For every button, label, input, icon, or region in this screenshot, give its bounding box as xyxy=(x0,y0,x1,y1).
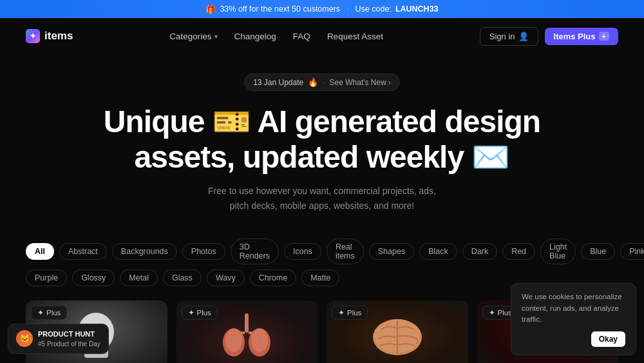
filter-glossy[interactable]: Glossy xyxy=(72,270,115,286)
filter-red[interactable]: Red xyxy=(502,243,535,260)
badge-dot: · xyxy=(323,78,325,87)
plus-icon: + xyxy=(599,32,609,41)
plus-icon-heart: ✦ xyxy=(489,308,495,317)
svg-rect-6 xyxy=(245,313,249,333)
promo-label: Use code: xyxy=(355,5,392,14)
filter-light-blue[interactable]: Light Blue xyxy=(540,239,576,264)
nav-faq[interactable]: FAQ xyxy=(293,32,310,41)
logo[interactable]: ✦ items xyxy=(26,29,73,43)
promo-code: LAUNCH33 xyxy=(395,5,439,14)
nav-links: Categories ▾ Changelog FAQ Request Asset xyxy=(169,32,383,41)
card-lungs[interactable]: ✦ Plus xyxy=(176,300,318,363)
product-hunt-badge[interactable]: 🐱 PRODUCT HUNT #5 Product of the Day xyxy=(8,324,109,355)
nav-categories[interactable]: Categories ▾ xyxy=(169,32,217,41)
filter-chrome[interactable]: Chrome xyxy=(250,270,296,286)
filter-all[interactable]: All xyxy=(26,243,54,260)
filter-blue[interactable]: Blue xyxy=(581,243,615,260)
banner-separator: · xyxy=(346,5,348,14)
plus-icon-brain: ✦ xyxy=(338,308,345,317)
promo-banner: 🎁 33% off for the next 50 customers · Us… xyxy=(0,0,644,18)
filter-backgrounds[interactable]: Backgrounds xyxy=(112,243,177,260)
navbar: ✦ items Categories ▾ Changelog FAQ Reque… xyxy=(0,18,644,54)
signin-button[interactable]: Sign in 👤 xyxy=(480,27,538,46)
user-icon: 👤 xyxy=(518,32,529,41)
product-hunt-title: PRODUCT HUNT xyxy=(38,329,100,340)
filter-real-items[interactable]: Real items xyxy=(327,239,364,264)
chevron-down-icon: ▾ xyxy=(214,33,218,40)
nav-actions: Sign in 👤 Items Plus + xyxy=(480,27,618,46)
filter-wavy[interactable]: Wavy xyxy=(207,270,245,286)
see-whats-new-link[interactable]: See What's New › xyxy=(330,78,391,87)
plus-icon-lungs: ✦ xyxy=(188,308,194,317)
filter-photos[interactable]: Photos xyxy=(182,243,225,260)
filter-abstract[interactable]: Abstract xyxy=(59,243,107,260)
filter-purple[interactable]: Purple xyxy=(26,270,67,286)
update-badge[interactable]: 13 Jan Update 🔥 · See What's New › xyxy=(244,74,400,91)
update-date: 13 Jan Update xyxy=(253,78,303,87)
filter-row-1: All Abstract Backgrounds Photos 3D Rende… xyxy=(26,239,618,264)
cookie-text: We use cookies to personalize content, r… xyxy=(522,291,625,325)
fire-icon: 🔥 xyxy=(308,77,318,87)
filter-black[interactable]: Black xyxy=(419,243,457,260)
filter-icons[interactable]: Icons xyxy=(284,243,321,260)
filter-dark[interactable]: Dark xyxy=(462,243,497,260)
product-hunt-subtitle: #5 Product of the Day xyxy=(38,339,100,349)
items-plus-button[interactable]: Items Plus + xyxy=(545,28,618,45)
card-brain[interactable]: ✦ Plus xyxy=(327,300,468,363)
logo-icon: ✦ xyxy=(26,29,40,43)
card-badge-brain: ✦ Plus xyxy=(332,306,368,320)
filter-matte[interactable]: Matte xyxy=(301,270,339,286)
banner-text: 33% off for the next 50 customers xyxy=(220,5,340,14)
plus-icon-skull: ✦ xyxy=(37,308,44,317)
chevron-right-icon: › xyxy=(388,78,391,87)
filter-pink[interactable]: Pink xyxy=(620,243,644,260)
hero-title: Unique 🎫 AI generated designassets, upda… xyxy=(26,104,618,175)
page-wrapper: ✦ items Categories ▾ Changelog FAQ Reque… xyxy=(0,18,644,363)
logo-text: items xyxy=(44,30,73,43)
card-badge-lungs: ✦ Plus xyxy=(182,306,218,320)
card-badge-skull: ✦ Plus xyxy=(31,306,67,320)
filter-metal[interactable]: Metal xyxy=(120,270,158,286)
hero-section: 13 Jan Update 🔥 · See What's New › Uniqu… xyxy=(0,54,644,239)
filter-shapes[interactable]: Shapes xyxy=(369,243,414,260)
filter-glass[interactable]: Glass xyxy=(163,270,202,286)
product-hunt-text: PRODUCT HUNT #5 Product of the Day xyxy=(38,329,100,349)
cookie-okay-button[interactable]: Okay xyxy=(591,331,625,347)
cookie-banner: We use cookies to personalize content, r… xyxy=(511,283,636,355)
hero-subtitle: Free to use however you want, commercial… xyxy=(26,184,618,213)
product-hunt-avatar: 🐱 xyxy=(16,330,33,347)
nav-request-asset[interactable]: Request Asset xyxy=(327,32,383,41)
gift-icon: 🎁 xyxy=(205,5,216,14)
nav-changelog[interactable]: Changelog xyxy=(234,32,276,41)
filter-3d-renders[interactable]: 3D Renders xyxy=(231,239,279,264)
